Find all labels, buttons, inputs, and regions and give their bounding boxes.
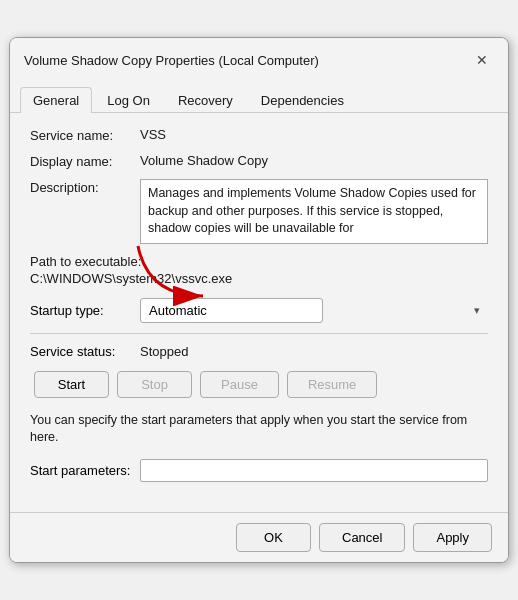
path-value: C:\WINDOWS\system32\vssvc.exe [30,271,488,286]
tab-recovery[interactable]: Recovery [165,87,246,113]
tab-dependencies[interactable]: Dependencies [248,87,357,113]
path-label: Path to executable: [30,254,488,269]
tab-general[interactable]: General [20,87,92,113]
cancel-button[interactable]: Cancel [319,523,405,552]
display-name-label: Display name: [30,153,140,169]
close-button[interactable]: ✕ [470,48,494,72]
bottom-button-bar: OK Cancel Apply [10,512,508,562]
resume-service-button[interactable]: Resume [287,371,377,398]
start-params-input[interactable] [140,459,488,482]
display-name-row: Display name: Volume Shadow Copy [30,153,488,169]
startup-label: Startup type: [30,303,140,318]
properties-window: Volume Shadow Copy Properties (Local Com… [9,37,509,563]
tab-logon[interactable]: Log On [94,87,163,113]
path-section: Path to executable: C:\WINDOWS\system32\… [30,254,488,286]
description-label: Description: [30,179,140,195]
window-title: Volume Shadow Copy Properties (Local Com… [24,53,319,68]
service-name-value: VSS [140,127,166,142]
service-status-value: Stopped [140,344,188,359]
startup-select-wrapper: Automatic Automatic (Delayed Start) Manu… [140,298,488,323]
general-tab-content: Service name: VSS Display name: Volume S… [10,113,508,512]
stop-service-button[interactable]: Stop [117,371,192,398]
description-row: Description: Manages and implements Volu… [30,179,488,244]
title-bar: Volume Shadow Copy Properties (Local Com… [10,38,508,72]
ok-button[interactable]: OK [236,523,311,552]
startup-type-select[interactable]: Automatic Automatic (Delayed Start) Manu… [140,298,323,323]
apply-button[interactable]: Apply [413,523,492,552]
start-params-label: Start parameters: [30,463,140,478]
tab-bar: General Log On Recovery Dependencies [10,78,508,113]
description-value[interactable]: Manages and implements Volume Shadow Cop… [140,179,488,244]
start-params-row: Start parameters: [30,459,488,482]
service-status-row: Service status: Stopped [30,344,488,359]
start-service-button[interactable]: Start [34,371,109,398]
pause-service-button[interactable]: Pause [200,371,279,398]
service-control-buttons: Start Stop Pause Resume [30,371,488,398]
info-text: You can specify the start parameters tha… [30,412,488,447]
service-name-row: Service name: VSS [30,127,488,143]
display-name-value: Volume Shadow Copy [140,153,268,168]
divider-1 [30,333,488,334]
service-status-label: Service status: [30,344,140,359]
service-name-label: Service name: [30,127,140,143]
startup-row: Startup type: Automatic Automatic (Delay… [30,298,488,323]
